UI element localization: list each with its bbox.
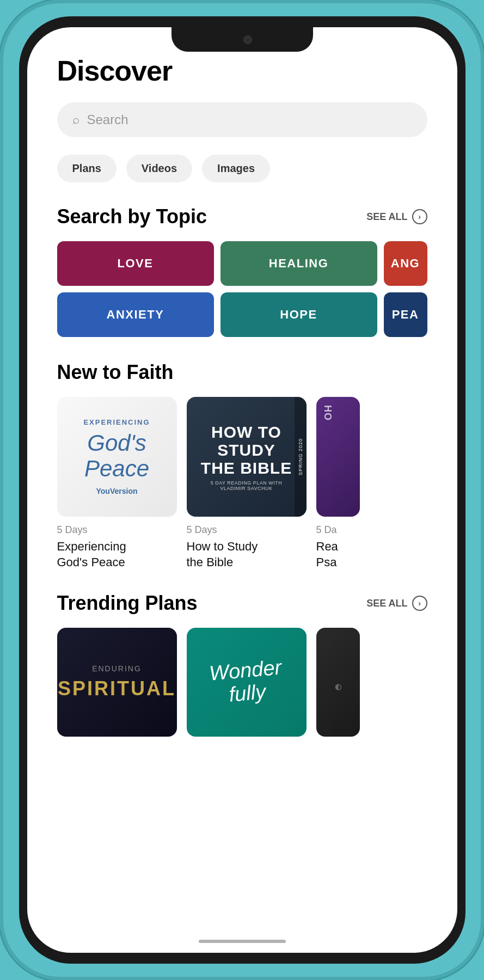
plan-days-peace: 5 Days [57,524,177,536]
search-by-topic-see-all[interactable]: SEE ALL › [366,209,427,224]
plan-gods-peace[interactable]: EXPERIENCING God's Peace YouVersion 5 Da… [57,397,177,570]
new-to-faith-section: New to Faith EXPERIENCING God's Peace [57,361,427,570]
new-to-faith-title: New to Faith [57,361,174,384]
filter-pills: Plans Videos Images [57,155,427,182]
search-bar[interactable]: ⌕ Search [57,102,427,137]
peace-brand: YouVersion [96,487,138,495]
search-placeholder: Search [87,112,128,127]
trending-partial[interactable]: ◐ [316,628,360,737]
home-indicator [199,940,286,943]
plan-title-peace: Experiencing God's Peace [57,539,177,570]
notch [171,27,313,52]
filter-videos[interactable]: Videos [126,155,192,182]
spiritual-main-text: SPIRITUAL [58,677,176,700]
search-by-topic-header: Search by Topic SEE ALL › [57,205,427,228]
trending-spiritual-bg: ENDURING SPIRITUAL [57,628,177,737]
trending-wonderfully[interactable]: Wonder fully [187,628,307,737]
bible-title: HOW TO STUDY THE BIBLE [198,423,296,477]
see-all-arrow-icon: › [412,209,427,224]
trending-see-all-icon: › [412,596,427,611]
plan-days-partial: 5 Da [316,524,360,536]
filter-plans[interactable]: Plans [57,155,117,182]
topic-love[interactable]: LOVE [57,241,214,286]
topic-hope[interactable]: HOPE [220,292,377,337]
camera-dot [243,35,252,44]
peace-label-top: EXPERIENCING [83,418,150,426]
trending-spiritual[interactable]: ENDURING SPIRITUAL [57,628,177,737]
phone-frame: Discover ⌕ Search Plans Videos Images [0,0,484,980]
trending-wonderfully-image: Wonder fully [187,628,307,737]
trending-see-all[interactable]: SEE ALL › [366,596,427,611]
page-title: Discover [57,54,427,87]
plan-study-bible[interactable]: HOW TO STUDY THE BIBLE 5 DAY READING PLA… [187,397,307,570]
phone-screen: Discover ⌕ Search Plans Videos Images [27,27,457,953]
trending-spiritual-image: ENDURING SPIRITUAL [57,628,177,737]
peace-title-main: God's Peace [84,431,149,481]
screen-content: Discover ⌕ Search Plans Videos Images [27,54,457,737]
spiritual-top-text: ENDURING [92,664,142,673]
trending-plans-title: Trending Plans [57,592,198,615]
plan-partial[interactable]: ho 5 Da ReaPsa [316,397,360,570]
trending-plans-section: Trending Plans SEE ALL › ENDURING [57,592,427,737]
plan-gods-peace-image: EXPERIENCING God's Peace YouVersion [57,397,177,517]
new-to-faith-header: New to Faith [57,361,427,384]
plans-row: EXPERIENCING God's Peace YouVersion 5 Da… [57,397,427,570]
trending-plans-header: Trending Plans SEE ALL › [57,592,427,615]
plan-partial-image: ho [316,397,360,517]
topic-anger[interactable]: ANG [384,241,427,286]
wonderfully-text: Wonder fully [209,657,285,708]
search-icon: ⌕ [72,113,79,127]
topic-anxiety[interactable]: ANXIETY [57,292,214,337]
topic-grid: LOVE HEALING ANG ANXIETY HOPE [57,241,427,337]
plan-title-partial: ReaPsa [316,539,360,570]
bible-spring-tag: SPRING 2020 [295,397,307,517]
search-by-topic-title: Search by Topic [57,205,207,228]
filter-images[interactable]: Images [202,155,270,182]
topic-healing[interactable]: HEALING [220,241,377,286]
plan-study-bible-image: HOW TO STUDY THE BIBLE 5 DAY READING PLA… [187,397,307,517]
trending-row: ENDURING SPIRITUAL Wonder [57,628,427,737]
trending-partial-image: ◐ [316,628,360,737]
trending-wonderfully-bg: Wonder fully [187,628,307,737]
plan-days-bible: 5 Days [187,524,307,536]
phone-inner: Discover ⌕ Search Plans Videos Images [19,16,465,964]
bible-spring-text: SPRING 2020 [298,438,303,475]
plan-title-bible: How to Study the Bible [187,539,307,570]
topic-peace[interactable]: PEA [384,292,427,337]
bible-subtitle: 5 DAY READING PLAN WITH VLADIMIR SAVCHUK [198,480,296,491]
